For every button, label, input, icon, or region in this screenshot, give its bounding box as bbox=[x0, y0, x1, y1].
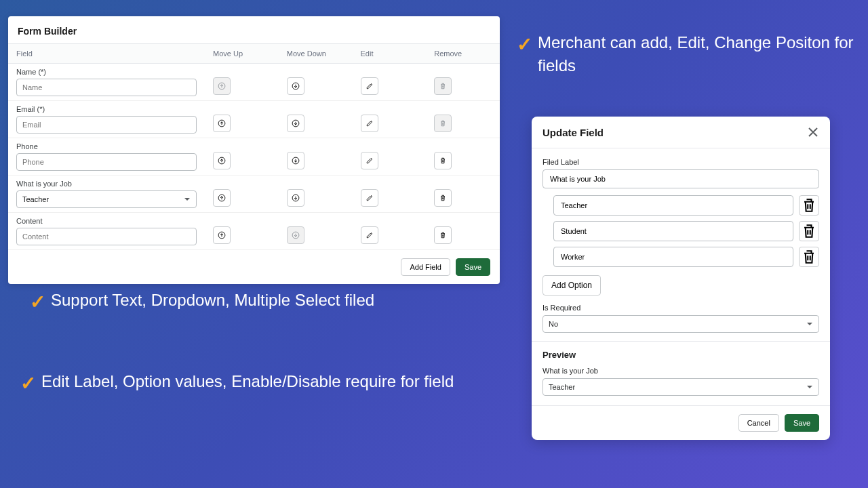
option-input[interactable] bbox=[553, 221, 793, 241]
move-up-button[interactable] bbox=[213, 115, 231, 132]
delete-option-button[interactable] bbox=[799, 195, 819, 216]
edit-button[interactable] bbox=[361, 152, 378, 169]
option-row bbox=[542, 247, 819, 267]
check-icon: ✓ bbox=[20, 370, 36, 396]
option-row bbox=[542, 195, 819, 216]
feature-text: Merchant can add, Edit, Change Positon f… bbox=[538, 31, 856, 77]
is-required-label: Is Required bbox=[542, 304, 819, 312]
preview-section: Preview What is your Job Teacher bbox=[532, 341, 830, 396]
move-down-button[interactable] bbox=[287, 77, 304, 95]
row-label: Content bbox=[16, 217, 197, 225]
preview-select[interactable]: Teacher bbox=[542, 378, 819, 396]
feature-text: Support Text, Dropdown, Multiple Select … bbox=[51, 289, 374, 312]
modal-footer: Cancel Save bbox=[532, 405, 830, 440]
field-label-label: Filed Label bbox=[542, 158, 819, 166]
check-icon: ✓ bbox=[30, 289, 45, 315]
is-required-select[interactable]: No bbox=[542, 315, 819, 333]
remove-button[interactable] bbox=[434, 115, 452, 132]
modal-header: Update Field bbox=[532, 117, 830, 148]
table-row: Phone bbox=[8, 138, 500, 176]
cancel-button[interactable]: Cancel bbox=[738, 414, 779, 432]
row-label: Name (*) bbox=[16, 68, 197, 76]
delete-option-button[interactable] bbox=[799, 221, 819, 241]
builder-footer: Add Field Save bbox=[8, 250, 500, 284]
col-movedown: Move Down bbox=[279, 44, 353, 64]
row-label: Phone bbox=[16, 142, 197, 150]
row-input[interactable] bbox=[16, 228, 197, 245]
close-icon[interactable] bbox=[807, 126, 819, 138]
move-up-button[interactable] bbox=[213, 226, 231, 244]
table-row: Email (*) bbox=[8, 101, 500, 138]
row-label: What is your Job bbox=[16, 180, 197, 188]
move-down-button[interactable] bbox=[287, 226, 304, 244]
preview-title: Preview bbox=[542, 350, 819, 360]
feature-2: ✓ Edit Label, Option values, Enable/Disa… bbox=[20, 370, 481, 396]
preview-label: What is your Job bbox=[542, 367, 819, 375]
row-input[interactable] bbox=[16, 116, 197, 134]
row-label: Email (*) bbox=[16, 105, 197, 113]
remove-button[interactable] bbox=[434, 189, 452, 207]
col-field: Field bbox=[8, 44, 205, 64]
row-input[interactable] bbox=[16, 153, 197, 171]
modal-title: Update Field bbox=[542, 127, 604, 138]
modal-save-button[interactable]: Save bbox=[785, 414, 819, 432]
table-row: Content bbox=[8, 213, 500, 250]
check-icon: ✓ bbox=[517, 31, 532, 58]
row-input[interactable] bbox=[16, 79, 197, 96]
move-up-button[interactable] bbox=[213, 189, 231, 207]
col-edit: Edit bbox=[353, 44, 427, 64]
add-option-button[interactable]: Add Option bbox=[542, 275, 601, 296]
edit-button[interactable] bbox=[361, 189, 378, 207]
option-row bbox=[542, 221, 819, 241]
edit-button[interactable] bbox=[361, 226, 378, 244]
remove-button[interactable] bbox=[434, 77, 452, 95]
move-down-button[interactable] bbox=[287, 189, 304, 207]
move-down-button[interactable] bbox=[287, 152, 304, 169]
edit-button[interactable] bbox=[361, 115, 378, 132]
feature-3: ✓ Merchant can add, Edit, Change Positon… bbox=[517, 31, 856, 77]
remove-button[interactable] bbox=[434, 226, 452, 244]
feature-text: Edit Label, Option values, Enable/Disabl… bbox=[41, 370, 454, 393]
form-builder-card: Form Builder Field Move Up Move Down Edi… bbox=[8, 16, 500, 284]
table-row: Name (*) bbox=[8, 64, 500, 101]
col-remove: Remove bbox=[426, 44, 500, 64]
col-moveup: Move Up bbox=[205, 44, 279, 64]
save-button[interactable]: Save bbox=[456, 258, 490, 276]
modal-body: Filed Label Add Option Is Required No Pr… bbox=[532, 148, 830, 405]
row-select[interactable]: Teacher bbox=[16, 190, 197, 208]
move-up-button[interactable] bbox=[213, 77, 231, 95]
table-row: What is your JobTeacher bbox=[8, 176, 500, 213]
delete-option-button[interactable] bbox=[799, 247, 819, 267]
option-input[interactable] bbox=[553, 195, 793, 216]
move-up-button[interactable] bbox=[213, 152, 231, 169]
feature-1: ✓ Support Text, Dropdown, Multiple Selec… bbox=[30, 289, 382, 315]
edit-button[interactable] bbox=[361, 77, 378, 95]
add-field-button[interactable]: Add Field bbox=[401, 258, 450, 276]
option-input[interactable] bbox=[553, 247, 793, 267]
form-builder-title: Form Builder bbox=[8, 16, 500, 43]
update-field-modal: Update Field Filed Label Add Option Is R… bbox=[532, 117, 830, 440]
remove-button[interactable] bbox=[434, 152, 452, 169]
move-down-button[interactable] bbox=[287, 115, 304, 132]
field-label-input[interactable] bbox=[542, 169, 819, 188]
builder-table: Field Move Up Move Down Edit Remove Name… bbox=[8, 43, 500, 250]
